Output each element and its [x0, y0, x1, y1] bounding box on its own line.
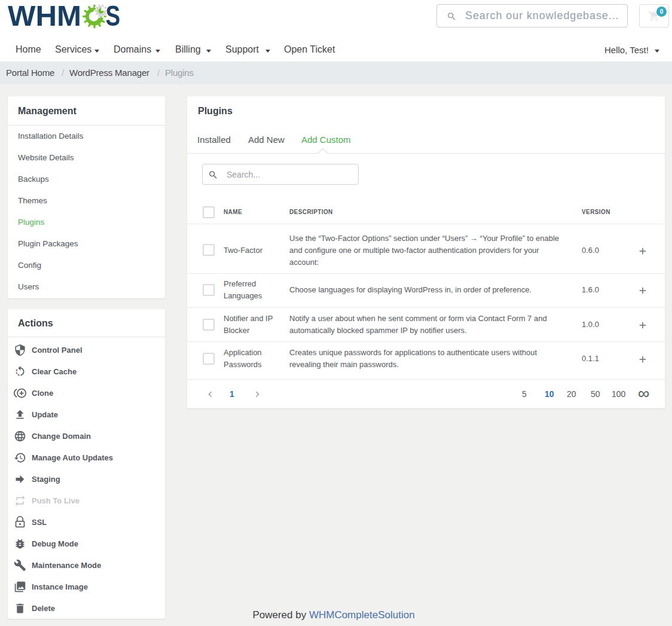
- svg-text:WHM: WHM: [8, 2, 81, 30]
- svg-text:S: S: [105, 2, 120, 30]
